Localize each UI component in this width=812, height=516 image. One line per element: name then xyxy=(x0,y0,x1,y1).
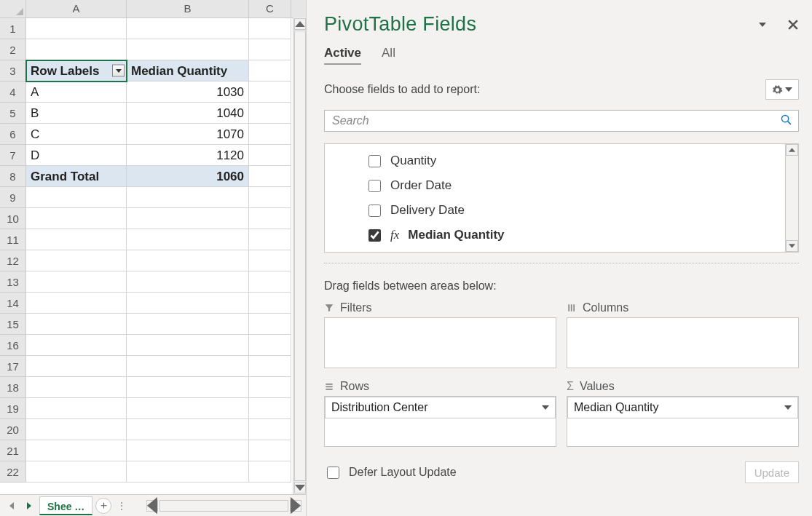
field-item[interactable]: Delivery Date xyxy=(366,198,778,223)
cell[interactable] xyxy=(26,39,127,60)
defer-checkbox[interactable] xyxy=(327,467,339,479)
field-scroll-up[interactable] xyxy=(786,144,798,156)
sheet-nav-prev[interactable] xyxy=(4,498,19,514)
field-list-scrollbar[interactable] xyxy=(785,144,798,252)
cell[interactable] xyxy=(26,398,127,419)
cell[interactable] xyxy=(127,440,249,461)
cell[interactable]: 1060 xyxy=(127,166,249,187)
vertical-scrollbar[interactable] xyxy=(293,17,306,494)
field-checkbox[interactable] xyxy=(368,205,381,217)
cell[interactable] xyxy=(26,356,127,377)
scroll-down-button[interactable] xyxy=(294,482,306,493)
cell[interactable] xyxy=(26,250,127,271)
columns-dropzone[interactable] xyxy=(567,317,799,368)
pane-options-dropdown[interactable] xyxy=(757,19,768,31)
field-checkbox[interactable] xyxy=(368,155,381,167)
tab-all[interactable]: All xyxy=(382,46,395,65)
cell[interactable]: Median Quantity xyxy=(127,60,249,82)
hscroll-track[interactable] xyxy=(159,500,288,512)
cell[interactable] xyxy=(249,187,291,208)
cell[interactable] xyxy=(127,271,249,293)
cell[interactable] xyxy=(249,229,291,250)
row-header[interactable]: 13 xyxy=(0,271,26,293)
row-header[interactable]: 12 xyxy=(0,250,26,271)
tab-active[interactable]: Active xyxy=(324,46,361,65)
column-header-A[interactable]: A xyxy=(26,0,127,17)
cell[interactable] xyxy=(26,314,127,335)
cell[interactable] xyxy=(127,187,249,208)
row-header[interactable]: 3 xyxy=(0,60,26,82)
cell[interactable] xyxy=(249,314,291,335)
sheet-tab-active[interactable]: Shee … xyxy=(39,496,92,515)
cell[interactable] xyxy=(249,461,291,483)
cell[interactable] xyxy=(127,250,249,271)
cell[interactable] xyxy=(249,440,291,461)
row-header[interactable]: 5 xyxy=(0,103,26,124)
search-input[interactable] xyxy=(331,114,780,128)
cell[interactable] xyxy=(249,356,291,377)
hscroll-left[interactable] xyxy=(146,500,158,512)
cell[interactable] xyxy=(127,377,249,398)
cell[interactable] xyxy=(249,335,291,356)
select-all-corner[interactable] xyxy=(0,0,26,17)
cell[interactable] xyxy=(26,18,127,39)
cell[interactable]: Grand Total xyxy=(26,166,127,187)
field-checkbox[interactable] xyxy=(368,229,381,242)
cell[interactable] xyxy=(127,314,249,335)
row-header[interactable]: 4 xyxy=(0,82,26,103)
row-header[interactable]: 7 xyxy=(0,145,26,166)
row-header[interactable]: 17 xyxy=(0,356,26,377)
cell[interactable] xyxy=(249,250,291,271)
cell[interactable] xyxy=(127,293,249,314)
cell[interactable] xyxy=(127,335,249,356)
cell[interactable] xyxy=(26,293,127,314)
cell[interactable] xyxy=(26,229,127,250)
cell[interactable] xyxy=(127,398,249,419)
field-item[interactable]: Order Date xyxy=(366,173,778,198)
cell[interactable] xyxy=(127,461,249,483)
row-header[interactable]: 15 xyxy=(0,314,26,335)
fields-options-button[interactable] xyxy=(765,79,799,100)
cell[interactable] xyxy=(127,208,249,229)
cell[interactable]: 1120 xyxy=(127,145,249,166)
cell[interactable] xyxy=(26,187,127,208)
cell[interactable]: Row Labels xyxy=(26,60,127,82)
cell[interactable] xyxy=(26,419,127,440)
cell[interactable] xyxy=(26,335,127,356)
cell[interactable] xyxy=(26,271,127,293)
cell[interactable] xyxy=(127,356,249,377)
row-header[interactable]: 10 xyxy=(0,208,26,229)
cell[interactable] xyxy=(26,377,127,398)
field-item[interactable]: Quantity xyxy=(366,148,778,173)
row-header[interactable]: 20 xyxy=(0,419,26,440)
rows-chip[interactable]: Distribution Center xyxy=(325,397,556,418)
row-header[interactable]: 22 xyxy=(0,461,26,483)
column-header-C[interactable]: C xyxy=(249,0,291,17)
cell[interactable] xyxy=(249,60,291,82)
close-icon[interactable] xyxy=(787,19,799,31)
defer-layout-update[interactable]: Defer Layout Update xyxy=(324,464,457,481)
row-header[interactable]: 21 xyxy=(0,440,26,461)
horizontal-scrollbar[interactable] xyxy=(146,500,301,512)
cell[interactable]: 1040 xyxy=(127,103,249,124)
values-chip[interactable]: Median Quantity xyxy=(567,397,798,418)
add-sheet-button[interactable]: ＋ xyxy=(95,498,111,514)
field-scroll-down[interactable] xyxy=(786,240,798,252)
cell[interactable] xyxy=(249,208,291,229)
cell[interactable] xyxy=(249,18,291,39)
cell[interactable]: C xyxy=(26,124,127,145)
row-header[interactable]: 11 xyxy=(0,229,26,250)
field-checkbox[interactable] xyxy=(368,180,381,192)
field-item[interactable]: fxMedian Quantity xyxy=(366,223,778,247)
field-search[interactable] xyxy=(324,110,799,132)
cell[interactable] xyxy=(249,419,291,440)
row-header[interactable]: 6 xyxy=(0,124,26,145)
cell[interactable] xyxy=(127,18,249,39)
cell[interactable] xyxy=(127,419,249,440)
sheet-nav-next[interactable] xyxy=(22,498,36,514)
pivot-filter-button[interactable] xyxy=(112,65,125,77)
hscroll-right[interactable] xyxy=(290,500,301,512)
vertical-scroll-track[interactable] xyxy=(294,31,306,481)
row-header[interactable]: 8 xyxy=(0,166,26,187)
cell[interactable] xyxy=(249,293,291,314)
